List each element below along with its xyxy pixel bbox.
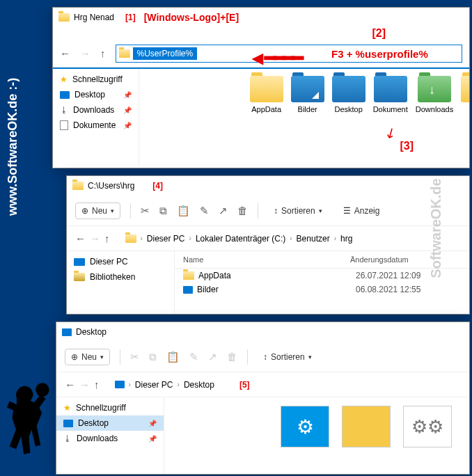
sidebar-downloads[interactable]: ⭳Downloads📌 xyxy=(56,431,164,446)
share-icon[interactable]: ↗ xyxy=(208,351,217,363)
folder-grid: AppData Bilder Desktop Dokument ↓Downloa… xyxy=(247,69,469,166)
plus-icon: ⊕ xyxy=(71,352,78,362)
star-icon: ★ xyxy=(63,403,71,413)
sidebar-pc[interactable]: Dieser PC xyxy=(67,254,174,269)
paste-icon[interactable]: 📋 xyxy=(177,205,190,217)
library-icon xyxy=(74,273,85,281)
watermark-right: SoftwareOK.de xyxy=(428,179,444,278)
back-button[interactable]: ← xyxy=(65,379,75,390)
sidebar-desktop[interactable]: Desktop📌 xyxy=(53,87,139,102)
column-date[interactable]: Änderungsdatum xyxy=(350,255,409,264)
bc-hrg[interactable]: hrg xyxy=(340,234,352,244)
folder-appdata[interactable]: AppData xyxy=(250,76,283,159)
table-row[interactable]: Bilder 06.08.2021 12:55 xyxy=(175,283,469,296)
tile-gears[interactable]: ⚙⚙ xyxy=(403,406,452,447)
sidebar-desktop[interactable]: Desktop📌 xyxy=(56,415,164,431)
copy-icon[interactable]: ⧉ xyxy=(159,205,167,217)
desktop-icon xyxy=(115,381,125,388)
sidebar-quickaccess[interactable]: ★Schnellzugriff xyxy=(53,72,139,87)
folder-downloads[interactable]: ↓Downloads xyxy=(416,76,453,159)
up-button[interactable]: ↑ xyxy=(104,232,110,244)
folder-icon xyxy=(125,235,136,243)
paste-icon[interactable]: 📋 xyxy=(166,351,180,363)
sort-icon: ↕ xyxy=(274,206,278,216)
back-button[interactable]: ← xyxy=(60,47,70,59)
up-button[interactable]: ↑ xyxy=(100,47,106,59)
table-row[interactable]: AppData 26.07.2021 12:09 xyxy=(175,269,469,283)
breadcrumb-3: ← → ↑ › Dieser PC › Desktop [5] xyxy=(56,372,469,397)
annotation-1: [1] xyxy=(125,13,136,22)
titlebar-3[interactable]: Desktop xyxy=(56,322,469,342)
sort-button[interactable]: ↕Sortieren▾ xyxy=(258,349,317,365)
bc-pc[interactable]: Dieser PC xyxy=(135,380,173,390)
forward-button[interactable]: → xyxy=(90,232,100,244)
annotation-5: [5] xyxy=(239,380,250,390)
breadcrumb-2: ← → ↑ › Dieser PC › Lokaler Datenträger … xyxy=(67,226,469,251)
rename-icon[interactable]: ✎ xyxy=(189,351,198,363)
sidebar-libraries[interactable]: Bibliotheken xyxy=(67,269,174,285)
folder-desktop[interactable]: Desktop xyxy=(332,76,365,159)
titlebar-1[interactable]: Hrg Nenad [1] [Windows-Logo]+[E] xyxy=(53,8,469,27)
bc-drive[interactable]: Lokaler Datenträger (C:) xyxy=(196,234,285,244)
sidebar-downloads[interactable]: ⭳Downloads📌 xyxy=(53,102,139,118)
navbar-1: ← → ↑ %UserProfile% ◄━━━━ F3 + %userprof… xyxy=(53,40,469,68)
annotation-3: [3] xyxy=(400,140,414,152)
pin-icon: 📌 xyxy=(123,91,132,99)
delete-icon[interactable]: 🗑 xyxy=(237,205,248,216)
view-button[interactable]: ☰Anzeig xyxy=(338,203,386,219)
tile-settings[interactable]: ⚙ xyxy=(281,406,329,447)
desktop-icon xyxy=(60,91,70,99)
tile-grid: ⚙ ⚙⚙ xyxy=(272,397,460,474)
download-icon: ⭳ xyxy=(63,434,72,443)
pc-icon xyxy=(74,258,85,266)
tile-folder[interactable] xyxy=(342,406,391,447)
annotation-text-2: F3 + %userprofile% xyxy=(331,48,428,60)
star-icon: ★ xyxy=(60,74,68,84)
pictures-icon xyxy=(183,286,193,294)
pin-icon: 📌 xyxy=(123,106,132,114)
annotation-arrow: ◄━━━━ xyxy=(248,47,301,70)
folder-bilder[interactable]: Bilder xyxy=(291,76,324,159)
bc-users[interactable]: Benutzer xyxy=(297,234,330,244)
forward-button[interactable]: → xyxy=(80,47,91,59)
share-icon[interactable]: ↗ xyxy=(219,205,228,217)
annotation-text-1: [Windows-Logo]+[E] xyxy=(144,12,239,23)
pin-icon: 📌 xyxy=(123,122,132,129)
sidebar-1: ★Schnellzugriff Desktop📌 ⭳Downloads📌 Dok… xyxy=(53,69,139,166)
annotation-4: [4] xyxy=(152,181,163,191)
pin-icon: 📌 xyxy=(148,435,157,443)
column-name[interactable]: Name xyxy=(183,255,350,264)
watermark-left: www.SoftwareOK.de :-) xyxy=(6,78,20,216)
document-icon xyxy=(60,120,68,130)
up-button[interactable]: ↑ xyxy=(94,379,100,390)
cut-icon[interactable]: ✂ xyxy=(130,351,139,363)
folder-icon xyxy=(119,49,130,58)
toolbar-3: ⊕Neu▾ ✂ ⧉ 📋 ✎ ↗ 🗑 ↕Sortieren▾ xyxy=(56,342,469,372)
sidebar-documents[interactable]: Dokumente📌 xyxy=(53,118,139,133)
window-title: C:\Users\hrg xyxy=(88,181,134,191)
copy-icon[interactable]: ⧉ xyxy=(149,351,157,363)
folder-icon xyxy=(183,271,194,280)
address-value: %UserProfile% xyxy=(133,47,198,60)
rename-icon[interactable]: ✎ xyxy=(200,205,209,217)
new-button[interactable]: ⊕Neu▾ xyxy=(75,203,120,219)
explorer-window-1: Hrg Nenad [1] [Windows-Logo]+[E] [2] ← →… xyxy=(52,7,470,168)
cut-icon[interactable]: ✂ xyxy=(141,205,150,217)
folder-fa[interactable]: Fa xyxy=(461,76,469,159)
toolbar-2: ⊕Neu▾ ✂ ⧉ 📋 ✎ ↗ 🗑 ↕Sortieren▾ ☰Anzeig xyxy=(67,196,469,226)
annotation-2: [2] xyxy=(372,27,386,39)
bc-pc[interactable]: Dieser PC xyxy=(147,234,185,244)
sidebar-3: ★Schnellzugriff Desktop📌 ⭳Downloads📌 xyxy=(56,397,164,474)
explorer-window-3: Desktop ⊕Neu▾ ✂ ⧉ 📋 ✎ ↗ 🗑 ↕Sortieren▾ ← … xyxy=(56,322,470,475)
folder-icon xyxy=(72,182,84,190)
bc-desktop[interactable]: Desktop xyxy=(184,380,214,390)
pin-icon: 📌 xyxy=(148,420,157,427)
sort-button[interactable]: ↕Sortieren▾ xyxy=(268,203,328,219)
sidebar-2: Dieser PC Bibliotheken xyxy=(67,251,175,314)
back-button[interactable]: ← xyxy=(75,232,86,244)
delete-icon[interactable]: 🗑 xyxy=(227,351,237,363)
forward-button[interactable]: → xyxy=(79,379,90,390)
titlebar-2[interactable]: C:\Users\hrg [4] xyxy=(67,176,469,196)
sidebar-quickaccess[interactable]: ★Schnellzugriff xyxy=(56,400,164,415)
new-button[interactable]: ⊕Neu▾ xyxy=(65,349,110,365)
